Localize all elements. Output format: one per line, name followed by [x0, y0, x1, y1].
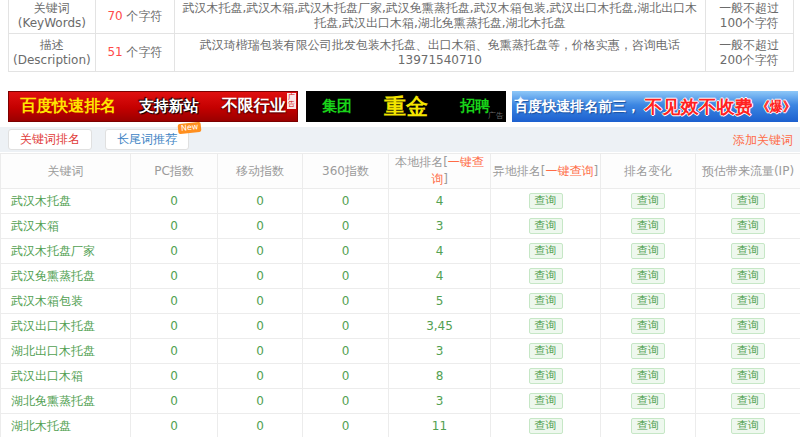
table-row: 武汉木托盘 0 0 0 4 查询 查询 查询	[1, 189, 800, 214]
rank-change-cell: 查询	[601, 389, 696, 414]
traffic-query-button[interactable]: 查询	[731, 318, 765, 334]
remote-rank-cell: 查询	[491, 289, 601, 314]
new-badge: New	[177, 122, 201, 134]
meta-label-zh: 关键词	[34, 1, 70, 15]
rank-change-query-button[interactable]: 查询	[631, 318, 665, 334]
remote-rank-query-button[interactable]: 查询	[529, 343, 563, 359]
tab-keyword-rank[interactable]: 关键词排名	[8, 129, 92, 150]
traffic-cell: 查询	[696, 264, 800, 289]
pc-index-cell: 0	[131, 389, 218, 414]
meta-description-note: 一般不超过200个字符	[705, 34, 793, 72]
keyword-cell[interactable]: 湖北木托盘	[1, 414, 131, 437]
pc-index-cell: 0	[131, 189, 218, 214]
index-360-cell: 0	[303, 264, 389, 289]
index-360-cell: 0	[303, 189, 389, 214]
rank-change-query-button[interactable]: 查询	[631, 243, 665, 259]
remote-rank-query-button[interactable]: 查询	[529, 318, 563, 334]
tab-longtail-suggest[interactable]: 长尾词推荐New	[105, 129, 189, 150]
rank-change-query-button[interactable]: 查询	[631, 193, 665, 209]
add-keyword-link[interactable]: 添加关键词	[733, 132, 793, 149]
tab-longtail-label: 长尾词推荐	[117, 132, 177, 146]
meta-table: 关键词 (KeyWords) 70 个字符 武汉木托盘,武汉木箱,武汉木托盘厂家…	[8, 0, 794, 72]
rank-change-query-button[interactable]: 查询	[631, 368, 665, 384]
keyword-cell[interactable]: 武汉木箱包装	[1, 289, 131, 314]
keyword-cell[interactable]: 武汉免熏蒸托盘	[1, 264, 131, 289]
header-local-rank: 本地排名[一键查询]	[389, 154, 491, 189]
header-360-index: 360指数	[303, 154, 389, 189]
local-rank-cell: 4	[389, 264, 491, 289]
keyword-cell[interactable]: 武汉木托盘厂家	[1, 239, 131, 264]
meta-label-en: (Description)	[13, 53, 91, 67]
remote-rank-cell: 查询	[491, 314, 601, 339]
rank-change-cell: 查询	[601, 314, 696, 339]
table-row: 武汉出口木托盘 0 0 0 3,45 查询 查询 查询	[1, 314, 800, 339]
traffic-cell: 查询	[696, 364, 800, 389]
keyword-cell[interactable]: 武汉木箱	[1, 214, 131, 239]
rank-change-cell: 查询	[601, 414, 696, 437]
table-row: 武汉出口木箱 0 0 0 8 查询 查询 查询	[1, 364, 800, 389]
traffic-cell: 查询	[696, 314, 800, 339]
remote-rank-cell: 查询	[491, 364, 601, 389]
remote-rank-query-button[interactable]: 查询	[529, 293, 563, 309]
rank-change-query-button[interactable]: 查询	[631, 418, 665, 434]
sparkle-icon: ✦	[515, 93, 526, 108]
rank-change-query-button[interactable]: 查询	[631, 293, 665, 309]
rank-change-query-button[interactable]: 查询	[631, 343, 665, 359]
traffic-query-button[interactable]: 查询	[731, 243, 765, 259]
keyword-rank-table: 关键词 PC指数 移动指数 360指数 本地排名[一键查询] 异地排名[一键查询…	[0, 153, 800, 437]
remote-rank-query-button[interactable]: 查询	[529, 368, 563, 384]
mobile-index-cell: 0	[218, 414, 303, 437]
ad-tag: 广告	[488, 110, 504, 121]
remote-rank-query-button[interactable]: 查询	[529, 243, 563, 259]
ad-tag: 广告	[287, 93, 296, 109]
ad-text: 百度快速排名	[20, 96, 116, 117]
keyword-cell[interactable]: 武汉出口木箱	[1, 364, 131, 389]
header-remote-prefix: 异地排名[	[493, 164, 546, 178]
remote-onekey-query-link[interactable]: 一键查询	[546, 164, 594, 178]
rank-change-query-button[interactable]: 查询	[631, 393, 665, 409]
remote-rank-query-button[interactable]: 查询	[529, 218, 563, 234]
mobile-index-cell: 0	[218, 314, 303, 339]
meta-keywords-note: 一般不超过100个字符	[705, 0, 793, 34]
remote-rank-query-button[interactable]: 查询	[529, 193, 563, 209]
pc-index-cell: 0	[131, 414, 218, 437]
ad-text: 百度快速排名前三，	[514, 98, 640, 116]
pc-index-cell: 0	[131, 214, 218, 239]
mobile-index-cell: 0	[218, 189, 303, 214]
index-360-cell: 0	[303, 314, 389, 339]
index-360-cell: 0	[303, 214, 389, 239]
traffic-query-button[interactable]: 查询	[731, 218, 765, 234]
keyword-cell[interactable]: 武汉木托盘	[1, 189, 131, 214]
table-row: 武汉木托盘厂家 0 0 0 4 查询 查询 查询	[1, 239, 800, 264]
rank-change-cell: 查询	[601, 289, 696, 314]
meta-label-description: 描述 (Description)	[9, 34, 96, 72]
keyword-cell[interactable]: 湖北出口木托盘	[1, 339, 131, 364]
index-360-cell: 0	[303, 414, 389, 437]
ad-banner-baidu-top3[interactable]: ✦ 百度快速排名前三， 不见效不收费 《爆》	[512, 91, 798, 122]
keyword-cell[interactable]: 湖北免熏蒸托盘	[1, 389, 131, 414]
ad-banner-baidu-rank[interactable]: 百度快速排名 支持新站 不限行业 广告	[8, 91, 298, 122]
traffic-query-button[interactable]: 查询	[731, 393, 765, 409]
traffic-query-button[interactable]: 查询	[731, 193, 765, 209]
rank-change-query-button[interactable]: 查询	[631, 268, 665, 284]
traffic-query-button[interactable]: 查询	[731, 418, 765, 434]
traffic-query-button[interactable]: 查询	[731, 293, 765, 309]
traffic-query-button[interactable]: 查询	[731, 368, 765, 384]
char-count-suffix: 个字符	[123, 45, 163, 59]
remote-rank-query-button[interactable]: 查询	[529, 418, 563, 434]
ad-text: 《爆》	[757, 98, 796, 116]
traffic-query-button[interactable]: 查询	[731, 268, 765, 284]
traffic-query-button[interactable]: 查询	[731, 343, 765, 359]
ad-text: 招聘	[460, 97, 490, 116]
remote-rank-query-button[interactable]: 查询	[529, 268, 563, 284]
rank-change-cell: 查询	[601, 239, 696, 264]
pc-index-cell: 0	[131, 339, 218, 364]
remote-rank-cell: 查询	[491, 189, 601, 214]
remote-rank-query-button[interactable]: 查询	[529, 393, 563, 409]
index-360-cell: 0	[303, 239, 389, 264]
pc-index-cell: 0	[131, 289, 218, 314]
keyword-cell[interactable]: 武汉出口木托盘	[1, 314, 131, 339]
local-rank-cell: 3	[389, 389, 491, 414]
ad-banner-recruit[interactable]: 集团 重金 招聘 广告	[306, 91, 506, 122]
rank-change-query-button[interactable]: 查询	[631, 218, 665, 234]
